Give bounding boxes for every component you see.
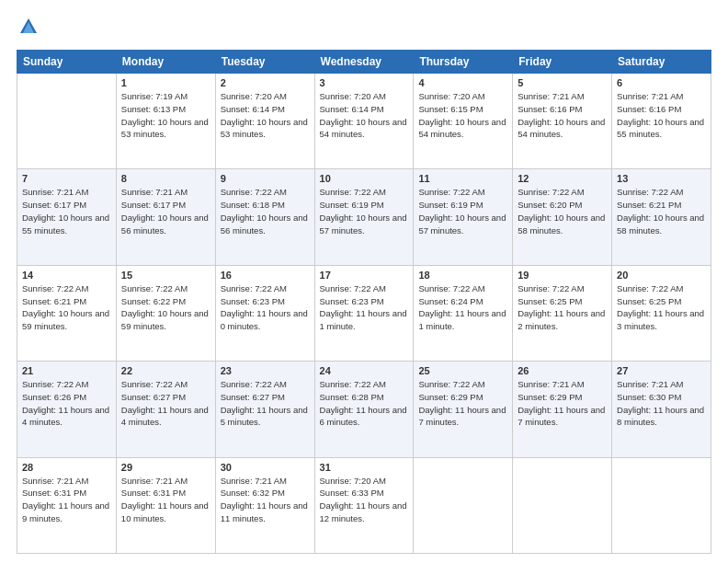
daylight-text: Daylight: 11 hours and 0 minutes. xyxy=(221,307,310,333)
calendar-table: SundayMondayTuesdayWednesdayThursdayFrid… xyxy=(17,50,711,554)
day-cell xyxy=(414,457,513,553)
day-info: Sunrise: 7:21 AMSunset: 6:30 PMDaylight:… xyxy=(617,378,706,429)
day-number: 3 xyxy=(320,77,409,88)
daylight-text: Daylight: 11 hours and 8 minutes. xyxy=(617,404,706,430)
day-cell xyxy=(513,457,612,553)
day-cell: 1Sunrise: 7:19 AMSunset: 6:13 PMDaylight… xyxy=(116,74,215,169)
sunset-text: Sunset: 6:19 PM xyxy=(320,199,409,212)
sunset-text: Sunset: 6:23 PM xyxy=(221,295,310,308)
day-cell: 26Sunrise: 7:21 AMSunset: 6:29 PMDayligh… xyxy=(513,362,612,457)
sunrise-text: Sunrise: 7:22 AM xyxy=(418,186,507,199)
sunrise-text: Sunrise: 7:21 AM xyxy=(518,90,607,103)
day-info: Sunrise: 7:21 AMSunset: 6:17 PMDaylight:… xyxy=(22,186,111,236)
day-info: Sunrise: 7:21 AMSunset: 6:17 PMDaylight:… xyxy=(121,186,210,236)
day-info: Sunrise: 7:22 AMSunset: 6:23 PMDaylight:… xyxy=(320,282,409,333)
daylight-text: Daylight: 10 hours and 54 minutes. xyxy=(518,116,607,142)
day-info: Sunrise: 7:22 AMSunset: 6:27 PMDaylight:… xyxy=(221,378,310,429)
day-info: Sunrise: 7:21 AMSunset: 6:16 PMDaylight:… xyxy=(518,90,607,141)
sunset-text: Sunset: 6:20 PM xyxy=(518,199,607,212)
day-info: Sunrise: 7:22 AMSunset: 6:21 PMDaylight:… xyxy=(617,186,706,236)
sunrise-text: Sunrise: 7:22 AM xyxy=(617,282,706,295)
sunrise-text: Sunrise: 7:22 AM xyxy=(221,186,310,199)
sunrise-text: Sunrise: 7:20 AM xyxy=(320,90,409,103)
week-row-4: 21Sunrise: 7:22 AMSunset: 6:26 PMDayligh… xyxy=(17,362,711,457)
sunrise-text: Sunrise: 7:22 AM xyxy=(320,378,409,391)
daylight-text: Daylight: 10 hours and 53 minutes. xyxy=(221,116,310,142)
header xyxy=(17,17,711,40)
day-number: 17 xyxy=(320,270,409,281)
week-row-3: 14Sunrise: 7:22 AMSunset: 6:21 PMDayligh… xyxy=(17,265,711,361)
day-info: Sunrise: 7:22 AMSunset: 6:18 PMDaylight:… xyxy=(221,186,310,236)
calendar-header-row: SundayMondayTuesdayWednesdayThursdayFrid… xyxy=(17,51,711,74)
day-number: 18 xyxy=(418,270,507,281)
sunset-text: Sunset: 6:26 PM xyxy=(22,391,111,404)
sunrise-text: Sunrise: 7:22 AM xyxy=(121,378,210,391)
daylight-text: Daylight: 10 hours and 54 minutes. xyxy=(418,116,507,142)
day-cell: 15Sunrise: 7:22 AMSunset: 6:22 PMDayligh… xyxy=(116,265,215,361)
sunrise-text: Sunrise: 7:22 AM xyxy=(121,282,210,295)
day-info: Sunrise: 7:22 AMSunset: 6:19 PMDaylight:… xyxy=(320,186,409,236)
day-cell: 2Sunrise: 7:20 AMSunset: 6:14 PMDaylight… xyxy=(215,74,314,169)
week-row-2: 7Sunrise: 7:21 AMSunset: 6:17 PMDaylight… xyxy=(17,169,711,265)
sunrise-text: Sunrise: 7:21 AM xyxy=(22,475,111,488)
sunset-text: Sunset: 6:31 PM xyxy=(121,487,210,500)
day-info: Sunrise: 7:21 AMSunset: 6:31 PMDaylight:… xyxy=(121,475,210,525)
daylight-text: Daylight: 10 hours and 59 minutes. xyxy=(121,307,210,333)
daylight-text: Daylight: 10 hours and 58 minutes. xyxy=(617,212,706,237)
sunset-text: Sunset: 6:29 PM xyxy=(518,391,607,404)
daylight-text: Daylight: 11 hours and 6 minutes. xyxy=(320,404,409,430)
sunrise-text: Sunrise: 7:22 AM xyxy=(22,282,111,295)
sunset-text: Sunset: 6:24 PM xyxy=(418,295,507,308)
day-cell: 17Sunrise: 7:22 AMSunset: 6:23 PMDayligh… xyxy=(314,265,414,361)
sunset-text: Sunset: 6:18 PM xyxy=(221,199,310,212)
sunset-text: Sunset: 6:23 PM xyxy=(320,295,409,308)
day-cell: 6Sunrise: 7:21 AMSunset: 6:16 PMDaylight… xyxy=(612,74,711,169)
sunset-text: Sunset: 6:22 PM xyxy=(121,295,210,308)
daylight-text: Daylight: 10 hours and 56 minutes. xyxy=(121,212,210,237)
day-cell: 8Sunrise: 7:21 AMSunset: 6:17 PMDaylight… xyxy=(116,169,215,265)
week-row-1: 1Sunrise: 7:19 AMSunset: 6:13 PMDaylight… xyxy=(17,74,711,169)
day-info: Sunrise: 7:22 AMSunset: 6:24 PMDaylight:… xyxy=(418,282,507,333)
day-info: Sunrise: 7:22 AMSunset: 6:20 PMDaylight:… xyxy=(518,186,607,236)
daylight-text: Daylight: 11 hours and 9 minutes. xyxy=(22,500,111,525)
sunset-text: Sunset: 6:21 PM xyxy=(617,199,706,212)
sunrise-text: Sunrise: 7:20 AM xyxy=(320,475,409,488)
header-wednesday: Wednesday xyxy=(314,51,414,74)
day-cell: 5Sunrise: 7:21 AMSunset: 6:16 PMDaylight… xyxy=(513,74,612,169)
day-info: Sunrise: 7:22 AMSunset: 6:26 PMDaylight:… xyxy=(22,378,111,429)
day-info: Sunrise: 7:21 AMSunset: 6:32 PMDaylight:… xyxy=(221,475,310,525)
sunrise-text: Sunrise: 7:22 AM xyxy=(617,186,706,199)
sunrise-text: Sunrise: 7:22 AM xyxy=(518,186,607,199)
logo xyxy=(17,17,39,40)
daylight-text: Daylight: 10 hours and 57 minutes. xyxy=(418,212,507,237)
day-cell xyxy=(612,457,711,553)
sunset-text: Sunset: 6:17 PM xyxy=(121,199,210,212)
day-info: Sunrise: 7:22 AMSunset: 6:25 PMDaylight:… xyxy=(617,282,706,333)
sunset-text: Sunset: 6:27 PM xyxy=(221,391,310,404)
day-number: 5 xyxy=(518,77,607,88)
day-number: 31 xyxy=(320,462,409,473)
day-cell xyxy=(17,74,117,169)
sunrise-text: Sunrise: 7:20 AM xyxy=(221,90,310,103)
sunrise-text: Sunrise: 7:22 AM xyxy=(418,378,507,391)
sunrise-text: Sunrise: 7:21 AM xyxy=(617,378,706,391)
daylight-text: Daylight: 10 hours and 57 minutes. xyxy=(320,212,409,237)
day-number: 4 xyxy=(418,77,507,88)
day-info: Sunrise: 7:20 AMSunset: 6:15 PMDaylight:… xyxy=(418,90,507,141)
sunset-text: Sunset: 6:25 PM xyxy=(518,295,607,308)
day-cell: 23Sunrise: 7:22 AMSunset: 6:27 PMDayligh… xyxy=(215,362,314,457)
day-number: 11 xyxy=(418,173,507,184)
day-number: 25 xyxy=(418,365,507,376)
day-cell: 7Sunrise: 7:21 AMSunset: 6:17 PMDaylight… xyxy=(17,169,117,265)
day-info: Sunrise: 7:20 AMSunset: 6:14 PMDaylight:… xyxy=(320,90,409,141)
sunrise-text: Sunrise: 7:22 AM xyxy=(320,186,409,199)
day-info: Sunrise: 7:19 AMSunset: 6:13 PMDaylight:… xyxy=(121,90,210,141)
header-monday: Monday xyxy=(116,51,215,74)
day-number: 19 xyxy=(518,270,607,281)
day-cell: 10Sunrise: 7:22 AMSunset: 6:19 PMDayligh… xyxy=(314,169,414,265)
day-number: 16 xyxy=(221,270,310,281)
day-number: 29 xyxy=(121,462,210,473)
sunrise-text: Sunrise: 7:20 AM xyxy=(418,90,507,103)
daylight-text: Daylight: 11 hours and 7 minutes. xyxy=(518,404,607,430)
day-number: 24 xyxy=(320,365,409,376)
